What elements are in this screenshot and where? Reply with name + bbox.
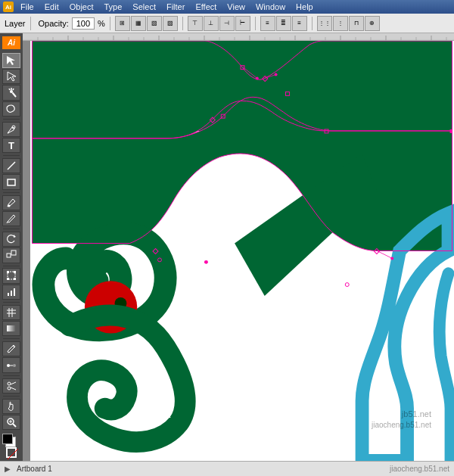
status-text: ▶ (5, 465, 11, 473)
menu-view[interactable]: View (225, 2, 247, 12)
menu-effect[interactable]: Effect (193, 2, 219, 12)
tool-separator-7 (3, 338, 20, 339)
free-transform-tool[interactable] (2, 268, 20, 283)
tool-separator-9 (3, 396, 20, 397)
canvas[interactable]: jb51.net jiaocheng.b51.net (30, 41, 454, 461)
title-bar: Ai File Edit Object Type Select Filter E… (0, 0, 454, 14)
menu-object[interactable]: Object (67, 2, 96, 12)
tool-separator-1 (3, 119, 20, 120)
svg-rect-16 (14, 271, 16, 273)
options-icon-4[interactable]: ▨ (163, 16, 178, 31)
scale-tool[interactable] (2, 247, 20, 263)
svg-rect-21 (14, 288, 15, 296)
menu-file[interactable]: File (18, 2, 36, 12)
svg-rect-77 (450, 129, 452, 133)
options-icon-3[interactable]: ▧ (147, 16, 162, 31)
options-icon-11[interactable]: ≡ (292, 16, 307, 31)
status-watermark: jiaocheng.b51.net (390, 465, 449, 473)
no-color-swatch[interactable] (6, 447, 17, 458)
separator-4 (255, 17, 256, 30)
menu-edit[interactable]: Edit (42, 2, 61, 12)
svg-point-88 (204, 260, 208, 264)
options-icons-group: ⊞ ▦ ▧ ▨ (115, 16, 178, 31)
pencil-tool[interactable] (2, 211, 20, 226)
pen-tool[interactable] (2, 122, 20, 137)
ruler-top (23, 33, 454, 41)
ai-logo: Ai (2, 36, 20, 49)
canvas-area[interactable]: jb51.net jiaocheng.b51.net (23, 33, 454, 461)
options-icon-14[interactable]: ⊓ (349, 16, 364, 31)
options-icon-7[interactable]: ⊣ (219, 16, 235, 31)
svg-point-84 (275, 73, 278, 76)
artwork (30, 41, 454, 461)
tool-separator-8 (3, 375, 20, 376)
options-icon-6[interactable]: ⊥ (204, 16, 219, 31)
options-icon-8[interactable]: ⊢ (235, 16, 250, 31)
mesh-tool[interactable] (2, 305, 20, 320)
status-info: Artboard 1 (17, 465, 52, 473)
menu-window[interactable]: Window (253, 2, 288, 12)
gradient-tool[interactable] (2, 321, 20, 336)
svg-rect-13 (11, 250, 16, 255)
separator-1 (30, 17, 31, 30)
menu-bar: File Edit Object Type Select Filter Effe… (18, 2, 316, 12)
svg-line-10 (7, 222, 8, 223)
opacity-input[interactable] (72, 17, 95, 30)
svg-point-29 (13, 364, 16, 367)
svg-point-3 (10, 90, 13, 93)
menu-help[interactable]: Help (294, 2, 316, 12)
zoom-tool[interactable] (2, 415, 20, 430)
scissors-tool[interactable] (2, 378, 20, 394)
separator-2 (110, 17, 110, 30)
status-bar: ▶ Artboard 1 jiaocheng.b51.net (0, 461, 454, 476)
type-tool[interactable]: T (2, 138, 20, 153)
svg-line-34 (11, 387, 16, 390)
tool-separator-3 (3, 192, 20, 193)
svg-point-32 (8, 387, 11, 390)
menu-select[interactable]: Select (130, 2, 158, 12)
graph-tool[interactable] (2, 285, 20, 300)
color-swatches[interactable] (2, 434, 20, 446)
svg-line-36 (13, 424, 16, 427)
menu-type[interactable]: Type (102, 2, 125, 12)
magic-wand-tool[interactable] (2, 85, 20, 100)
paintbrush-tool[interactable] (2, 195, 20, 210)
options-icon-13[interactable]: ⋮ (333, 16, 348, 31)
options-icon-12[interactable]: ⋮⋮ (317, 16, 332, 31)
options-icons-group4: ⋮⋮ ⋮ ⊓ ⊕ (317, 16, 380, 31)
svg-rect-26 (7, 325, 16, 331)
svg-rect-20 (11, 291, 12, 296)
blend-tool[interactable] (2, 357, 20, 372)
options-icon-5[interactable]: ⊤ (188, 16, 203, 31)
svg-line-33 (11, 382, 16, 384)
options-icon-10[interactable]: ≣ (276, 16, 291, 31)
hand-tool[interactable] (2, 399, 20, 414)
svg-rect-17 (7, 278, 9, 280)
svg-rect-18 (14, 278, 16, 280)
lasso-tool[interactable] (2, 101, 20, 117)
app-logo: Ai (3, 2, 14, 12)
svg-line-39 (8, 449, 18, 459)
tool-separator-2 (3, 155, 20, 156)
line-tool[interactable] (2, 158, 20, 173)
svg-rect-15 (7, 271, 9, 273)
tool-separator-4 (3, 229, 20, 229)
menu-filter[interactable]: Filter (164, 2, 187, 12)
options-icons-group2: ⊤ ⊥ ⊣ ⊢ (188, 16, 250, 31)
direct-selection-tool[interactable] (2, 69, 20, 84)
rectangle-tool[interactable] (2, 174, 20, 189)
main-area: Ai T (0, 33, 454, 461)
options-icon-15[interactable]: ⊕ (365, 16, 380, 31)
options-bar: Layer Opacity: % ⊞ ▦ ▧ ▨ ⊤ ⊥ ⊣ ⊢ ≡ ≣ ≡ ⋮… (0, 14, 454, 33)
svg-line-2 (9, 89, 10, 90)
layer-label: Layer (5, 19, 26, 28)
svg-rect-19 (8, 293, 9, 296)
svg-point-86 (390, 257, 393, 260)
options-icon-1[interactable]: ⊞ (115, 16, 130, 31)
options-icon-2[interactable]: ▦ (131, 16, 146, 31)
eyedropper-tool[interactable] (2, 341, 20, 356)
rotate-tool[interactable] (2, 232, 20, 247)
selection-tool[interactable] (2, 53, 20, 68)
svg-line-4 (13, 93, 17, 98)
options-icon-9[interactable]: ≡ (260, 16, 275, 31)
